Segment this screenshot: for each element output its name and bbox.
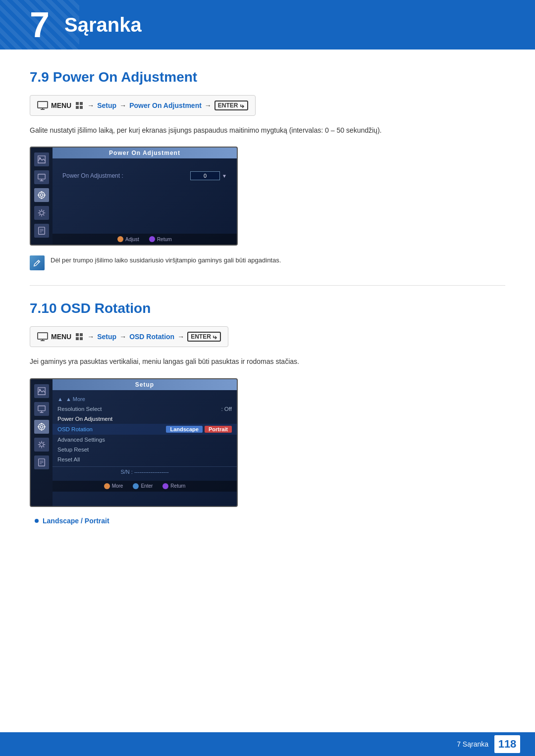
bullet-dot [35, 519, 39, 523]
enter-arrow-icon [240, 103, 245, 108]
menu-item-power-on-label: Power On Adjustment [57, 416, 112, 422]
svg-point-17 [40, 211, 43, 215]
btn-more-710: More [104, 483, 123, 489]
more-arrow: ▲ [57, 396, 63, 402]
description-79: Galite nustatyti įšilimo laiką, per kurį… [30, 125, 505, 136]
screen-body-79: Power On Adjustment : 0 ▼ [53, 158, 237, 193]
osd-down-arrow: ▼ [222, 173, 227, 179]
option-portrait-badge: Portrait [205, 426, 232, 433]
footer-page-number: 118 [494, 735, 520, 753]
menu-item-osd-rotation: OSD Rotation Landscape Portrait [53, 424, 237, 435]
arrow3-79: → [205, 101, 212, 109]
note-79: Dėl per trumpo įšilimo laiko susidariusi… [30, 255, 505, 270]
grid-icon-710 [75, 333, 83, 341]
svg-rect-31 [38, 405, 45, 410]
settings-circle-icon-710 [37, 422, 46, 431]
svg-rect-8 [38, 174, 45, 179]
menu-item-osd-label: OSD Rotation [57, 426, 93, 432]
svg-point-7 [39, 157, 41, 159]
sidebar-icon-3 [34, 188, 49, 202]
svg-point-11 [39, 192, 45, 199]
menu-item-resolution-label: Resolution Select [57, 406, 102, 412]
svg-rect-4 [80, 102, 83, 105]
screen-title-79: Power On Adjustment [53, 148, 237, 158]
section-710-heading: 7.10 OSD Rotation [30, 301, 505, 316]
sidebar-icon-710-4 [34, 438, 49, 452]
svg-rect-6 [80, 106, 83, 109]
arrow3-710: → [177, 333, 184, 341]
osd-input-value: 0 [190, 171, 220, 180]
nav-menu-710: MENU [51, 333, 71, 341]
menu-item-reset-all-label: Reset All [57, 456, 80, 462]
display-icon [37, 173, 46, 182]
bullet-text: Landscape / Portrait [43, 517, 109, 525]
svg-rect-5 [76, 106, 79, 109]
arrow1-79: → [87, 101, 94, 109]
sidebar-icon-710-3 [34, 420, 49, 434]
setup-menu-more: ▲ ▲ More [53, 394, 237, 404]
btn-adjust-circle [117, 236, 123, 242]
screen-sidebar-79 [31, 148, 53, 245]
chapter-title: Sąranka [64, 14, 142, 36]
enter-arrow-icon-710 [213, 334, 217, 339]
screen-mockup-79: Power On Adjustment Power On Adjustment … [30, 147, 238, 246]
monitor-icon [37, 101, 48, 110]
note-icon-79 [30, 255, 45, 270]
sidebar-icon-4 [34, 206, 49, 220]
svg-rect-0 [38, 101, 48, 108]
nav-menu-79: MENU [51, 101, 71, 109]
pencil-icon [33, 258, 42, 267]
menu-item-reset-all: Reset All [53, 454, 237, 464]
section-79-heading: 7.9 Power On Adjustment [30, 69, 505, 85]
arrow1-710: → [87, 333, 94, 341]
svg-point-30 [39, 389, 41, 391]
svg-line-22 [38, 261, 39, 263]
svg-point-35 [40, 425, 43, 428]
menu-item-resolution-value: : Off [221, 406, 232, 412]
screen-bottom-bar-710: More Enter Return [53, 481, 237, 492]
footer-text: 7 Sąranka [457, 740, 488, 748]
arrow2-79: → [119, 101, 126, 109]
sn-line: S/N : ------------------- [53, 466, 237, 477]
nav-setup-710: Setup [97, 333, 116, 341]
svg-point-12 [40, 194, 43, 197]
btn-return-710: Return [162, 483, 185, 489]
sidebar-icon-710-2 [34, 402, 49, 416]
sidebar-icon-710-1 [34, 384, 49, 398]
btn-return-79: Return [149, 236, 172, 242]
menu-item-advanced-label: Advanced Settings [57, 437, 105, 443]
nav-feature-79: Power On Adjustment [129, 101, 202, 109]
gear-icon [37, 208, 46, 217]
section-divider [30, 285, 505, 286]
svg-rect-27 [80, 333, 83, 336]
btn-adjust-79: Adjust [117, 236, 139, 242]
nav-breadcrumb-710: MENU → Setup → OSD Rotation → ENTER [30, 326, 228, 347]
note-text-79: Dėl per trumpo įšilimo laiko susidariusi… [51, 255, 281, 265]
chapter-header: 7 Sąranka [0, 0, 535, 50]
btn-more-circle [104, 483, 110, 489]
gear-icon-710 [37, 440, 46, 449]
osd-label-power-on: Power On Adjustment : [62, 172, 190, 179]
grid-icon-79 [75, 101, 83, 109]
screen-title-710: Setup [53, 379, 237, 390]
screen-sidebar-710 [31, 379, 53, 506]
svg-rect-29 [80, 337, 83, 340]
nav-breadcrumb-79: MENU → Setup → Power On Adjustment → ENT… [30, 95, 256, 116]
page-footer: 7 Sąranka 118 [0, 732, 535, 756]
bullet-item-landscape-portrait: Landscape / Portrait [35, 517, 505, 525]
picture-icon-710 [37, 387, 46, 396]
osd-value-box: 0 ▼ [190, 171, 227, 180]
arrow2-710: → [119, 333, 126, 341]
info-icon-710 [37, 458, 46, 467]
description-710: Jei gaminys yra pasuktas vertikaliai, me… [30, 356, 505, 367]
svg-rect-3 [76, 102, 79, 105]
menu-item-resolution: Resolution Select : Off [53, 404, 237, 414]
menu-item-advanced: Advanced Settings [53, 435, 237, 445]
chapter-number: 7 [30, 7, 50, 43]
nav-feature-710: OSD Rotation [129, 333, 174, 341]
enter-icon-710: ENTER [187, 332, 221, 342]
info-icon [37, 226, 46, 235]
btn-enter-710: Enter [133, 483, 153, 489]
screen-main-79: Power On Adjustment Power On Adjustment … [53, 148, 237, 245]
btn-return-circle [149, 236, 155, 242]
